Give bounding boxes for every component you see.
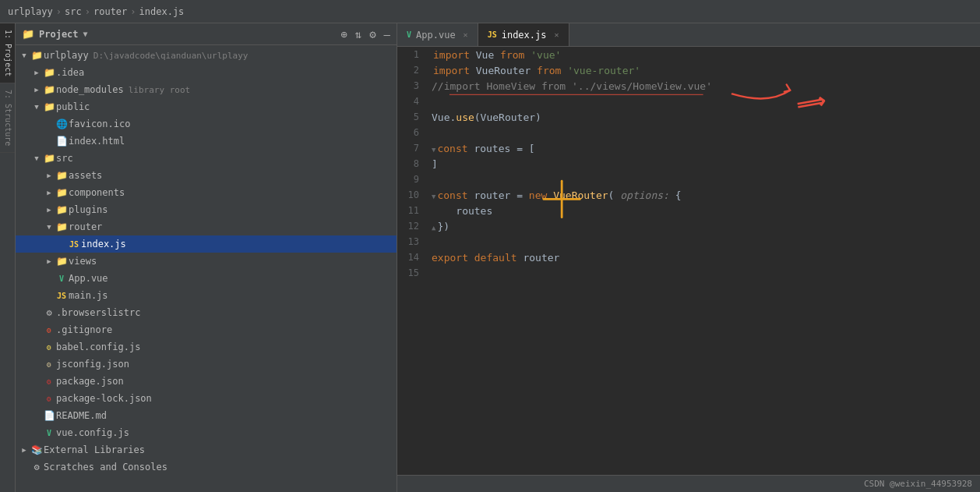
- tab-close-button[interactable]: ✕: [554, 30, 559, 39]
- tree-item-node-modules[interactable]: ▶ 📁 node_modules library root: [16, 81, 397, 98]
- line-number-9: 9: [397, 172, 428, 187]
- line-number-4: 4: [397, 94, 428, 109]
- line-content-1: import Vue from 'vue': [428, 47, 980, 62]
- editor-wrapper: 1import Vue from 'vue'2import VueRouter …: [397, 47, 980, 475]
- tree-item-components[interactable]: ▶ 📁 components: [16, 184, 397, 201]
- code-line-11: 11 routes: [397, 203, 980, 218]
- sidebar-tab-structure[interactable]: 7: Structure: [0, 83, 15, 153]
- tree-arrow: ▶: [19, 446, 30, 454]
- breadcrumb-file: index.js: [139, 6, 185, 17]
- line-number-14: 14: [397, 250, 428, 265]
- file-icon: V: [55, 274, 69, 283]
- tab-indexjs-tab[interactable]: JS index.js ✕: [478, 23, 569, 46]
- sidebar-tab-project[interactable]: 1: Project: [0, 23, 15, 83]
- code-line-2: 2import VueRouter from 'vue-router': [397, 62, 980, 78]
- line-number-5: 5: [397, 109, 428, 125]
- item-name: .browserslistrc: [56, 307, 140, 318]
- tab-file-icon: JS: [488, 30, 497, 39]
- tree-item-browserslistrc[interactable]: ⚙ .browserslistrc: [16, 304, 397, 321]
- tree-item-babelconfig[interactable]: ⚙ babel.config.js: [16, 338, 397, 356]
- item-name: package.json: [56, 376, 124, 387]
- file-icon: 📁: [55, 221, 69, 232]
- file-icon: 📁: [42, 101, 56, 112]
- tree-item-ext-libraries[interactable]: ▶ 📚 External Libraries: [16, 441, 397, 458]
- header-icons: ⊕ ⇅ ⚙ —: [340, 28, 390, 41]
- line-number-7: 7: [397, 140, 428, 156]
- tab-bar: V App.vue ✕ JS index.js ✕: [397, 23, 980, 47]
- tree-item-plugins[interactable]: ▶ 📁 plugins: [16, 201, 397, 218]
- tree-item-views[interactable]: ▶ 📁 views: [16, 253, 397, 270]
- tree-item-packagejson[interactable]: ⚙ package.json: [16, 373, 397, 390]
- item-name: main.js: [69, 290, 108, 301]
- line-content-14: export default router: [428, 250, 980, 265]
- file-icon: 🌐: [55, 119, 69, 129]
- line-content-4: [428, 94, 980, 109]
- item-name: urlplayy: [44, 50, 89, 61]
- breadcrumb-sep1: ›: [56, 6, 62, 17]
- sort-icon[interactable]: ⇅: [355, 28, 361, 41]
- tree-item-public[interactable]: ▼ 📁 public: [16, 98, 397, 115]
- breadcrumb-router: router: [93, 6, 127, 17]
- file-tree-content[interactable]: ▼ 📁 urlplayy D:\javadcode\qianduan\urlpl…: [16, 45, 397, 492]
- line-content-13: [428, 234, 980, 250]
- file-icon: 📁: [42, 153, 56, 164]
- fold-marker: ▼: [432, 146, 435, 154]
- line-content-8: ]: [428, 156, 980, 172]
- tree-item-router[interactable]: ▼ 📁 router: [16, 218, 397, 235]
- line-content-6: [428, 125, 980, 140]
- tab-close-button[interactable]: ✕: [464, 30, 468, 39]
- fold-marker: ▲: [432, 224, 435, 232]
- code-line-6: 6: [397, 125, 980, 140]
- tree-item-src[interactable]: ▼ 📁 src: [16, 150, 397, 167]
- code-line-4: 4: [397, 94, 980, 109]
- tree-item-jsconfigjson[interactable]: ⚙ jsconfig.json: [16, 356, 397, 373]
- tree-item-packagelockjson[interactable]: ⚙ package-lock.json: [16, 390, 397, 407]
- tab-appvue-tab[interactable]: V App.vue ✕: [397, 23, 478, 46]
- title-bar: urlplayy › src › router › index.js: [0, 0, 980, 23]
- tree-item-favicon[interactable]: 🌐 favicon.ico: [16, 115, 397, 133]
- file-icon: ⚙: [42, 377, 56, 386]
- file-icon: 📚: [30, 444, 44, 455]
- tree-item-idea[interactable]: ▶ 📁 .idea: [16, 64, 397, 81]
- tree-item-urlplayy-root[interactable]: ▼ 📁 urlplayy D:\javadcode\qianduan\urlpl…: [16, 47, 397, 64]
- tree-arrow: ▼: [31, 103, 42, 111]
- line-content-11: routes: [428, 203, 980, 218]
- tree-item-readmemd[interactable]: 📄 README.md: [16, 407, 397, 424]
- tree-arrow: ▶: [44, 206, 55, 214]
- sidebar-tabs: 1: Project 7: Structure: [0, 23, 16, 492]
- tree-item-assets[interactable]: ▶ 📁 assets: [16, 167, 397, 184]
- line-number-8: 8: [397, 156, 428, 172]
- item-name: index.js: [81, 239, 126, 250]
- globe-icon[interactable]: ⊕: [340, 28, 347, 41]
- project-label: Project: [39, 29, 79, 40]
- line-content-5: Vue.use(VueRouter): [428, 109, 980, 125]
- tab-label: index.js: [502, 30, 547, 41]
- tree-item-vueconfig[interactable]: V vue.config.js: [16, 424, 397, 441]
- item-name: README.md: [56, 410, 107, 421]
- tree-item-indexhtml[interactable]: 📄 index.html: [16, 133, 397, 150]
- settings-icon[interactable]: ⚙: [369, 28, 375, 41]
- tree-item-scratches[interactable]: ⚙ Scratches and Consoles: [16, 458, 397, 476]
- minimize-icon[interactable]: —: [384, 28, 390, 41]
- tree-item-mainjs[interactable]: JS main.js: [16, 287, 397, 304]
- code-line-5: 5Vue.use(VueRouter): [397, 109, 980, 125]
- item-name: assets: [69, 170, 102, 181]
- tree-arrow: ▶: [44, 257, 55, 265]
- file-icon: 📁: [55, 204, 69, 215]
- line-content-12: ▲}): [428, 218, 980, 234]
- file-icon: JS: [67, 240, 81, 249]
- credit-text: CSDN @weixin_44953928: [864, 479, 972, 489]
- line-number-2: 2: [397, 62, 428, 78]
- tree-item-appvue[interactable]: V App.vue: [16, 270, 397, 287]
- breadcrumb-sep2: ›: [85, 6, 90, 17]
- file-tree-header: 📁 Project ▼ ⊕ ⇅ ⚙ —: [16, 23, 397, 45]
- code-line-3: 3//import HomeView from '../views/HomeVi…: [397, 78, 980, 94]
- tree-item-router-indexjs[interactable]: JS index.js: [16, 235, 397, 253]
- file-icon: ⚙: [30, 462, 44, 473]
- code-line-8: 8]: [397, 156, 980, 172]
- code-editor[interactable]: 1import Vue from 'vue'2import VueRouter …: [397, 47, 980, 475]
- tree-arrow: ▼: [31, 154, 42, 162]
- line-number-11: 11: [397, 203, 428, 218]
- tree-item-gitignore[interactable]: ⚙ .gitignore: [16, 321, 397, 338]
- line-number-13: 13: [397, 234, 428, 250]
